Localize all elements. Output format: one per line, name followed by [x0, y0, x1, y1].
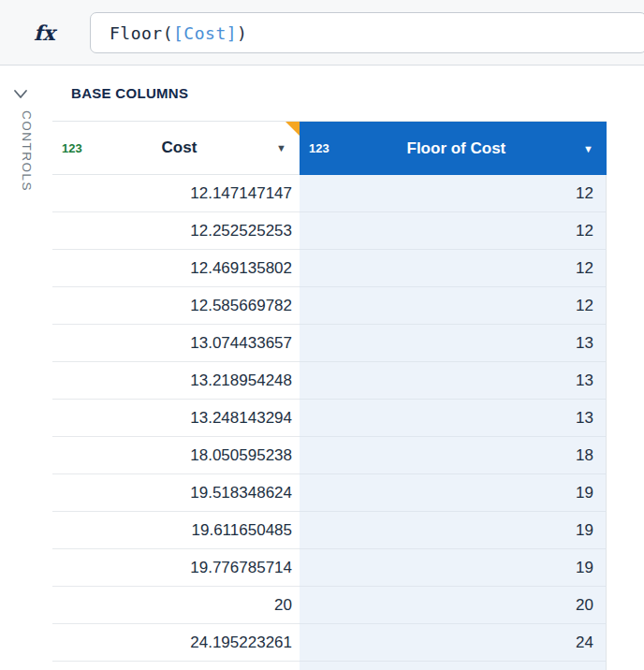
floor-cell[interactable]: 12 [300, 212, 607, 250]
column-header-floor-of-cost[interactable]: 123 Floor of Cost ▼ [300, 122, 607, 175]
base-columns-title: BASE COLUMNS [71, 85, 188, 101]
table-row: 18.050595238 18 [52, 437, 607, 474]
floor-cell[interactable]: 19 [300, 549, 607, 587]
cost-cell[interactable]: 18.050595238 [52, 437, 300, 474]
table-row: 13.074433657 13 [52, 325, 607, 362]
cost-cell[interactable]: 20 [52, 587, 300, 624]
table-row: 12.252525253 12 [52, 212, 607, 250]
floor-cell[interactable]: 19 [300, 512, 607, 549]
column-menu-caret-icon[interactable]: ▼ [583, 143, 593, 154]
table-row: 13.218954248 13 [52, 362, 607, 400]
floor-cell[interactable]: 19 [300, 474, 607, 512]
number-type-icon: 123 [62, 141, 82, 155]
table-row: 12.469135802 12 [52, 250, 607, 287]
corner-flag-icon [285, 122, 300, 136]
floor-cell[interactable]: 13 [300, 325, 607, 362]
table-row-partial [52, 662, 607, 670]
floor-cell[interactable]: 12 [300, 287, 607, 325]
controls-panel-label: CONTROLS [20, 110, 34, 192]
cost-cell[interactable]: 19.518348624 [52, 474, 300, 512]
fx-icon: fx [34, 21, 55, 45]
floor-cell[interactable]: 20 [300, 587, 607, 624]
column-menu-caret-icon[interactable]: ▼ [276, 142, 286, 153]
cost-cell[interactable]: 12.147147147 [52, 175, 300, 212]
floor-cell[interactable]: 24 [300, 624, 607, 662]
floor-cell[interactable]: 13 [300, 400, 607, 437]
formula-text: Floor([Cost]) [110, 23, 247, 43]
cost-cell[interactable]: 19.776785714 [52, 549, 300, 587]
table-row: 13.248143294 13 [52, 400, 607, 437]
table-row: 19.518348624 19 [52, 474, 607, 512]
section-header: BASE COLUMNS [52, 66, 607, 122]
table-row: 24.195223261 24 [52, 624, 607, 662]
cost-cell[interactable]: 13.218954248 [52, 362, 300, 400]
cost-cell[interactable]: 13.074433657 [52, 325, 300, 362]
cost-cell[interactable]: 24.195223261 [52, 624, 300, 662]
formula-bar: fx Floor([Cost]) [0, 0, 644, 66]
cost-cell [52, 662, 300, 670]
cost-cell[interactable]: 12.252525253 [52, 212, 300, 250]
floor-cell[interactable]: 13 [300, 362, 607, 400]
column-header-row: 123 Cost ▼ 123 Floor of Cost ▼ [52, 122, 607, 175]
column-header-cost[interactable]: 123 Cost ▼ [52, 122, 300, 175]
cost-cell[interactable]: 19.611650485 [52, 512, 300, 549]
chevron-down-icon[interactable] [12, 88, 29, 105]
floor-cell [300, 662, 607, 670]
table-row: 19.611650485 19 [52, 512, 607, 549]
controls-sidebar: CONTROLS [0, 66, 52, 669]
cost-cell[interactable]: 13.248143294 [52, 400, 300, 437]
table-row: 12.147147147 12 [52, 175, 607, 212]
data-grid: 123 Cost ▼ 123 Floor of Cost ▼ 12.147147… [52, 122, 607, 670]
number-type-icon: 123 [309, 141, 329, 155]
table-row: 12.585669782 12 [52, 287, 607, 325]
cost-cell[interactable]: 12.469135802 [52, 250, 300, 287]
main-panel: BASE COLUMNS 123 Cost ▼ 123 Floor of Cos… [52, 66, 644, 669]
floor-cell[interactable]: 18 [300, 437, 607, 474]
cost-cell[interactable]: 12.585669782 [52, 287, 300, 325]
floor-cell[interactable]: 12 [300, 250, 607, 287]
table-row: 20 20 [52, 587, 607, 624]
formula-input[interactable]: Floor([Cost]) [90, 12, 644, 53]
column-label-cost: Cost [82, 138, 276, 157]
table-body: 12.147147147 12 12.252525253 12 12.46913… [52, 175, 607, 662]
floor-cell[interactable]: 12 [300, 175, 607, 212]
column-label-floor-of-cost: Floor of Cost [329, 139, 583, 158]
table-row: 19.776785714 19 [52, 549, 607, 587]
